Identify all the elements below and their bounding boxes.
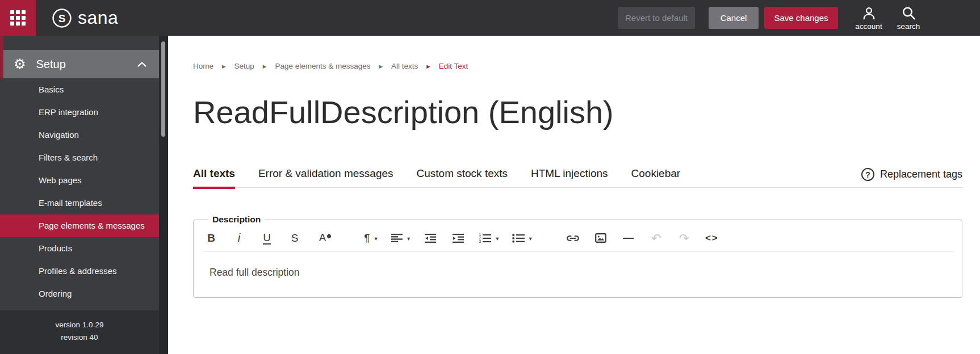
description-legend: Description: [208, 214, 265, 225]
color-drop-icon: [326, 233, 332, 239]
setup-accent-strip: [0, 36, 3, 78]
tab-html-injections[interactable]: HTML injections: [531, 167, 608, 187]
sidebar-item-erp-integration[interactable]: ERP integration: [0, 101, 159, 124]
indent-icon: [453, 234, 464, 243]
breadcrumb-separator-icon: ▶: [222, 64, 226, 69]
tab-cookiebar[interactable]: Cookiebar: [631, 167, 681, 187]
sana-logo: S sana: [52, 7, 118, 28]
account-label: account: [855, 22, 882, 31]
strikethrough-button[interactable]: S: [286, 229, 303, 248]
bold-button[interactable]: B: [203, 229, 220, 248]
sidebar-item-filters-search[interactable]: Filters & search: [0, 146, 159, 169]
outdent-button[interactable]: [422, 229, 439, 248]
sana-logo-icon: S: [52, 8, 72, 28]
account-icon: [861, 6, 877, 21]
ordered-list-icon: 1 2 3: [479, 233, 491, 243]
ordered-list-button[interactable]: 1 2 3 ▾: [478, 229, 500, 248]
insert-link-button[interactable]: [564, 229, 581, 248]
search-icon: [901, 6, 916, 21]
undo-icon: ↶: [651, 231, 661, 245]
sidebar-item-email-templates[interactable]: E-mail templates: [0, 192, 159, 214]
sidebar-item-products[interactable]: Products: [0, 237, 159, 260]
sidebar: ⚙ Setup Basics ERP integration Navigatio…: [0, 36, 168, 354]
breadcrumb-setup[interactable]: Setup: [234, 62, 254, 70]
sidebar-menu: ⚙ Setup Basics ERP integration Navigatio…: [0, 36, 159, 354]
grid-icon: [10, 10, 26, 26]
tabs-bar: All texts Error & validation messages Cu…: [193, 167, 962, 188]
breadcrumb-current: Edit Text: [439, 62, 468, 70]
sidebar-footer: version 1.0.29 revision 40: [0, 310, 159, 354]
breadcrumb-separator-icon: ▶: [263, 64, 267, 69]
chevron-down-icon: ▾: [496, 235, 499, 242]
strikethrough-icon: S: [291, 232, 299, 245]
align-left-icon: [391, 234, 403, 242]
chevron-down-icon: ▾: [374, 235, 377, 242]
description-fieldset: Description B i U S A ¶▾ ▾: [193, 214, 962, 298]
paragraph-format-button[interactable]: ¶▾: [362, 229, 379, 248]
sidebar-item-web-pages[interactable]: Web pages: [0, 169, 159, 192]
top-header: S sana Revert to default Cancel Save cha…: [0, 0, 980, 36]
breadcrumb-all-texts[interactable]: All texts: [391, 62, 418, 70]
redo-icon: ↷: [679, 231, 689, 245]
outdent-icon: [425, 234, 436, 243]
sidebar-item-navigation[interactable]: Navigation: [0, 124, 159, 146]
image-icon: [595, 233, 606, 243]
code-view-button[interactable]: <>: [703, 229, 721, 248]
version-label: version 1.0.29: [0, 319, 159, 331]
gear-icon: ⚙: [14, 57, 26, 71]
app-launcher-button[interactable]: [0, 0, 36, 36]
unordered-list-icon: [512, 234, 525, 243]
breadcrumb-home[interactable]: Home: [193, 62, 213, 70]
chevron-down-icon: ▾: [407, 235, 410, 242]
svg-text:S: S: [58, 12, 66, 24]
main-content: Home ▶ Setup ▶ Page elements & messages …: [168, 36, 980, 354]
italic-button[interactable]: i: [231, 229, 248, 248]
bold-icon: B: [207, 232, 215, 245]
breadcrumb-separator-icon: ▶: [426, 64, 430, 69]
breadcrumb-page-elements-messages[interactable]: Page elements & messages: [275, 62, 370, 70]
app: S sana Revert to default Cancel Save cha…: [0, 0, 980, 354]
search-label: search: [897, 22, 920, 31]
replacement-tags-link[interactable]: ? Replacement tags: [861, 168, 962, 187]
editor-content-area[interactable]: Read full description: [203, 252, 953, 307]
sidebar-item-profiles-addresses[interactable]: Profiles & addresses: [0, 260, 159, 283]
tab-custom-stock-texts[interactable]: Custom stock texts: [417, 167, 508, 187]
sidebar-item-ordering[interactable]: Ordering: [0, 283, 159, 305]
sidebar-section-setup[interactable]: ⚙ Setup: [0, 50, 159, 78]
help-circle-icon: ?: [861, 168, 874, 181]
revision-label: revision 40: [0, 331, 159, 344]
account-button[interactable]: account: [852, 6, 886, 31]
chevron-up-icon: [137, 62, 146, 67]
save-changes-button[interactable]: Save changes: [764, 7, 838, 29]
replacement-tags-label: Replacement tags: [880, 168, 962, 180]
breadcrumb: Home ▶ Setup ▶ Page elements & messages …: [193, 62, 962, 70]
code-view-icon: <>: [705, 233, 719, 244]
logo-text: sana: [78, 7, 118, 28]
sidebar-scrollbar-thumb[interactable]: [161, 41, 165, 137]
breadcrumb-separator-icon: ▶: [379, 64, 383, 69]
unordered-list-button[interactable]: ▾: [511, 229, 533, 248]
setup-section-label: Setup: [36, 58, 66, 71]
revert-to-default-button[interactable]: Revert to default: [618, 7, 695, 29]
sidebar-item-page-elements-messages[interactable]: Page elements & messages: [0, 214, 159, 237]
page-title: ReadFullDescription (English): [193, 93, 962, 132]
paragraph-icon: ¶: [364, 232, 370, 245]
text-color-button[interactable]: A: [314, 229, 331, 248]
tab-all-texts[interactable]: All texts: [193, 167, 235, 187]
underline-button[interactable]: U: [258, 229, 275, 248]
indent-button[interactable]: [450, 229, 467, 248]
redo-button[interactable]: ↷: [676, 229, 693, 248]
horizontal-line-button[interactable]: [620, 229, 637, 248]
horizontal-line-icon: [623, 238, 634, 239]
underline-icon: U: [263, 232, 271, 245]
search-button[interactable]: search: [891, 6, 925, 31]
insert-image-button[interactable]: [592, 229, 609, 248]
sidebar-item-basics[interactable]: Basics: [0, 78, 159, 101]
align-button[interactable]: ▾: [390, 229, 411, 248]
link-icon: [566, 235, 580, 242]
tab-error-validation-messages[interactable]: Error & validation messages: [258, 167, 393, 187]
cancel-button[interactable]: Cancel: [709, 7, 759, 29]
undo-button[interactable]: ↶: [648, 229, 665, 248]
text-color-icon: A: [319, 232, 326, 244]
editor-toolbar: B i U S A ¶▾ ▾: [203, 225, 953, 252]
